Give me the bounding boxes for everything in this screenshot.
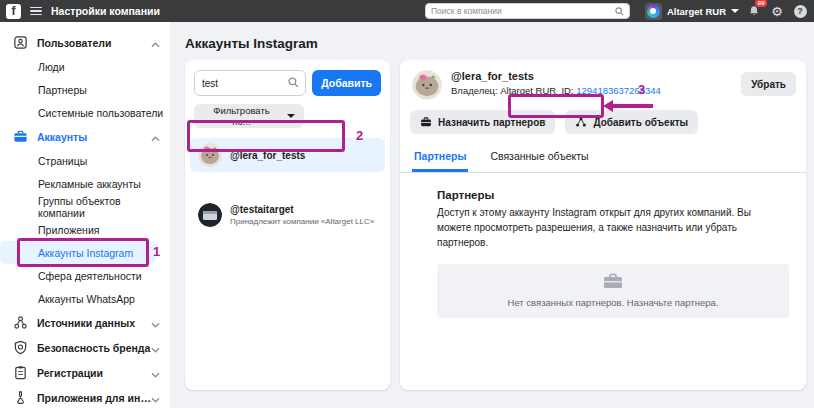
empty-partners-state: Нет связанных партнеров. Назначьте партн… [437,264,789,318]
sidebar-section-label: Источники данных [37,317,151,329]
sidebar-nav: Пользователи Люди Партнеры Системные пол… [0,22,170,408]
sidebar-item-pages[interactable]: Страницы [0,149,170,172]
tab-linked-objects[interactable]: Связанные объекты [488,144,590,172]
sidebar-item-whatsapp-accounts[interactable]: Аккаунты WhatsApp [0,287,170,310]
shield-icon [12,340,28,356]
account-list-item-selected[interactable]: @lera_for_tests [190,138,385,172]
sidebar-section-label: Аккаунты [37,131,151,143]
remove-button[interactable]: Убрать [741,72,796,96]
sidebar-item-line-of-business[interactable]: Сфера деятельности [0,264,170,287]
clipboard-icon [12,365,28,381]
sidebar-item-instagram-accounts[interactable]: Аккаунты Instagram [0,241,156,264]
sidebar-item-apps[interactable]: Приложения [0,218,170,241]
add-objects-label: Добавить объекты [593,117,688,128]
empty-state-caption: Нет связанных партнеров. Назначьте партн… [437,297,789,308]
instagram-accounts-list-panel: Добавить Фильтровать по... @lera_for_tes… [185,60,390,390]
owner-label: Владелец: Altarget RUR [451,85,556,96]
sidebar-section-integrations[interactable]: Приложения для интегр... [0,385,170,408]
business-profile-switcher[interactable]: Altarget RUR [645,3,739,20]
tab-partners[interactable]: Партнеры [412,144,468,172]
sidebar-item-business-asset-groups[interactable]: Группы объектов компании [0,195,170,218]
settings-button[interactable]: ⚙ [769,3,785,19]
business-avatar [645,3,662,20]
sidebar-item-system-users[interactable]: Системные пользователи [0,101,170,124]
briefcase-icon [420,116,432,128]
account-handle: @testaitarget [230,204,374,215]
search-icon [615,2,624,20]
topbar: f Настройки компании Altarget RUR 99 ⚙ ? [0,0,814,22]
partners-section-description: Доступ к этому аккаунту Instagram открыт… [437,205,767,250]
help-button[interactable]: ? [792,3,808,19]
sidebar-section-label: Приложения для интегр... [37,392,151,404]
sidebar-section-brand-safety[interactable]: Безопасность бренда [0,335,170,360]
accounts-icon [12,129,28,145]
detail-owner-line: Владелец: Altarget RUR ID: 1294183637268… [451,85,661,96]
briefcase-icon [603,273,623,289]
filter-dropdown[interactable]: Фильтровать по... [194,104,304,128]
hamburger-menu-icon[interactable] [30,7,42,16]
chevron-down-icon [287,114,295,118]
account-avatar [198,143,222,167]
sidebar-section-registrations[interactable]: Регистрации [0,360,170,385]
data-sources-icon [12,315,28,331]
account-search[interactable] [194,70,306,96]
account-detail-panel: @lera_for_tests Владелец: Altarget RUR I… [400,60,806,390]
global-search[interactable] [425,3,630,19]
detail-avatar [412,70,442,100]
sidebar-section-accounts[interactable]: Аккаунты [0,124,170,149]
filter-dropdown-label: Фильтровать по... [203,105,280,127]
sidebar-item-ad-accounts[interactable]: Рекламные аккаунты [0,172,170,195]
sidebar-section-label: Пользователи [37,37,151,49]
chevron-down-icon [151,389,160,407]
global-search-input[interactable] [426,6,615,16]
chevron-down-icon [151,314,160,332]
chevron-down-icon [151,339,160,357]
users-icon [12,35,28,51]
assign-partners-button[interactable]: Назначить партнеров [410,110,555,134]
sidebar-section-label: Регистрации [37,367,151,379]
notifications-button[interactable]: 99 [746,3,762,19]
nodes-icon [575,116,587,128]
detail-tabs: Партнеры Связанные объекты [400,144,806,173]
account-list-item[interactable]: @testaitarget Принадлежит компании «Alta… [190,198,385,232]
notification-count-badge: 99 [755,0,767,7]
account-search-input[interactable] [195,78,288,89]
account-avatar [198,203,222,227]
chevron-down-icon [731,9,739,13]
assign-partners-label: Назначить партнеров [438,117,545,128]
add-button[interactable]: Добавить [312,70,381,96]
business-name: Altarget RUR [667,6,726,17]
sidebar-section-data-sources[interactable]: Источники данных [0,310,170,335]
search-icon [288,74,299,92]
gear-icon: ⚙ [771,5,783,18]
add-objects-button[interactable]: Добавить объекты [565,110,698,134]
sidebar-section-users[interactable]: Пользователи [0,30,170,55]
sidebar-section-label: Безопасность бренда [37,342,151,354]
account-owner-subtitle: Принадлежит компании «Altarget LLC» [230,217,374,226]
facebook-logo-icon[interactable]: f [6,4,21,19]
question-mark-icon: ? [794,5,807,18]
flask-icon [12,390,28,406]
id-label: ID: [561,85,573,96]
account-handle: @lera_for_tests [230,150,305,161]
detail-account-handle: @lera_for_tests [451,70,661,82]
sidebar-item-partners[interactable]: Партнеры [0,78,170,101]
chevron-down-icon [151,364,160,382]
page-title: Аккаунты Instagram [185,36,318,51]
sidebar-item-people[interactable]: Люди [0,55,170,78]
partners-section-title: Партнеры [437,189,790,201]
chevron-up-icon [151,34,160,52]
chevron-up-icon [151,128,160,146]
app-title: Настройки компании [51,5,160,17]
account-id-link[interactable]: 1294183637268344 [576,85,661,96]
